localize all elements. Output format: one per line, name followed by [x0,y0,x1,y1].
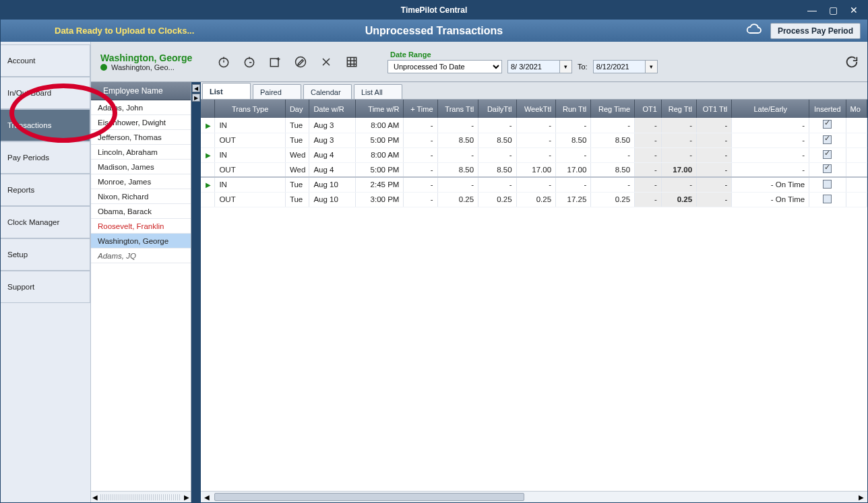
grid-column-header[interactable]: Mo [846,100,867,118]
date-range-label: Date Range [388,51,658,59]
employee-list-panel: Employee Name Adams, JohnEisenhower, Dwi… [91,82,191,502]
nav-reports[interactable]: Reports [1,174,90,206]
minimize-icon[interactable]: — [807,5,817,15]
view-tabs: List Paired Calendar List All [201,82,867,100]
grid-column-header[interactable]: Inserted [809,100,846,118]
scrollbar-thumb[interactable] [214,493,524,501]
grid-row[interactable]: OUTTueAug 35:00 PM-8.508.50-8.508.50---- [201,133,867,147]
grid-column-header[interactable] [201,100,215,118]
transactions-grid[interactable]: Trans TypeDayDate w/RTime w/R+ TimeTrans… [201,100,867,207]
employee-list-item[interactable]: Lincoln, Abraham [91,145,191,160]
add-transaction-button[interactable] [265,52,285,72]
banner: Data Ready to Upload to Clocks... Unproc… [1,20,867,42]
grid-view-button[interactable] [342,52,362,72]
titlebar: TimePilot Central — ▢ ✕ [1,1,867,20]
date-to-label: To: [578,63,588,71]
context-toolbar: Washington, George Washington, Geo... Da… [91,42,867,82]
grid-row[interactable]: ▶INTueAug 38:00 AM---------- [201,118,867,133]
grid-hscrollbar[interactable]: ◀ ▶ [201,491,867,502]
date-from-picker-icon[interactable]: ▾ [560,60,572,73]
date-to-input[interactable] [593,60,646,73]
grid-scroll-left-icon[interactable]: ◀ [202,494,212,501]
grid-row[interactable]: OUTWedAug 45:00 PM-8.508.5017.0017.008.5… [201,162,867,177]
delete-transaction-button[interactable] [316,52,336,72]
date-from-input[interactable] [507,60,560,73]
edit-transaction-button[interactable] [290,52,311,72]
clock-in-button[interactable] [214,52,234,72]
employee-list-item[interactable]: Monroe, James [91,174,191,189]
scroll-left-icon[interactable]: ◀ [92,494,98,501]
svg-rect-4 [347,57,356,66]
maximize-icon[interactable]: ▢ [829,5,838,15]
grid-column-header[interactable]: + Time [404,100,437,118]
nav-account[interactable]: Account [1,44,90,77]
grid-column-header[interactable]: Trans Ttl [437,100,478,118]
grid-column-header[interactable]: Reg Ttl [661,100,696,118]
splitter-collapse-right-icon[interactable]: ▶ [192,94,200,102]
grid-column-header[interactable]: OT1 Ttl [697,100,732,118]
grid-row[interactable]: ▶INTueAug 102:45 PM---------- On Time [201,177,867,192]
nav-transactions[interactable]: Transactions [1,109,90,141]
cloud-icon[interactable] [746,24,762,38]
nav-support[interactable]: Support [1,271,90,303]
date-range-mode-select[interactable]: Unprocessed To Date [388,60,502,73]
employee-list-item[interactable]: Nixon, Richard [91,189,191,204]
grid-column-header[interactable]: DailyTtl [478,100,516,118]
splitter[interactable]: ◀ ▶ [191,82,201,502]
nav-clock-manager[interactable]: Clock Manager [1,206,90,238]
grid-column-header[interactable]: Time w/R [356,100,404,118]
window-title: TimePilot Central [401,5,467,15]
tab-list-all[interactable]: List All [354,84,402,99]
svg-rect-2 [270,59,278,67]
grid-row[interactable]: OUTTueAug 103:00 PM-0.250.250.2517.250.2… [201,192,867,207]
grid-column-header[interactable]: WeekTtl [516,100,556,118]
tab-paired[interactable]: Paired [253,84,301,99]
grid-column-header[interactable]: Day [285,100,309,118]
close-icon[interactable]: ✕ [850,5,858,15]
grid-column-header[interactable]: Reg Time [591,100,635,118]
date-to-picker-icon[interactable]: ▾ [646,60,658,73]
employee-list-item[interactable]: Adams, John [91,100,191,115]
page-title: Unprocessed Transactions [365,25,503,37]
grid-column-header[interactable]: OT1 [635,100,662,118]
grid-column-header[interactable]: Date w/R [309,100,356,118]
employee-list-item[interactable]: Roosevelt, Franklin [91,219,191,234]
employee-list-header: Employee Name [91,82,191,100]
nav-inout-board[interactable]: In/Out Board [1,77,90,109]
grid-column-header[interactable]: Trans Type [215,100,285,118]
upload-ready-msg[interactable]: Data Ready to Upload to Clocks... [55,26,194,36]
refresh-button[interactable] [843,53,861,71]
left-nav: Account In/Out Board Transactions Pay Pe… [1,42,91,502]
grid-row[interactable]: ▶INWedAug 48:00 AM---------- [201,147,867,162]
tab-list[interactable]: List [202,83,251,99]
current-employee-name: Washington, George [100,53,208,63]
nav-setup[interactable]: Setup [1,238,90,271]
employee-list-item[interactable]: Jefferson, Thomas [91,130,191,145]
employee-list-item[interactable]: Obama, Barack [91,204,191,219]
clock-out-button[interactable] [239,52,259,72]
grid-scroll-right-icon[interactable]: ▶ [857,494,866,501]
scroll-right-icon[interactable]: ▶ [184,494,189,501]
employee-list-hscrollbar[interactable]: ◀ ▶ [91,491,191,502]
status-dot-icon [100,64,107,71]
tab-calendar[interactable]: Calendar [303,84,352,99]
grid-column-header[interactable]: Run Ttl [556,100,591,118]
process-pay-period-button[interactable]: Process Pay Period [770,23,861,39]
employee-list-item[interactable]: Adams, JQ [91,248,191,263]
splitter-collapse-left-icon[interactable]: ◀ [192,84,200,92]
employee-list-item[interactable]: Madison, James [91,160,191,174]
grid-column-header[interactable]: Late/Early [732,100,809,118]
employee-list-item[interactable]: Eisenhower, Dwight [91,115,191,130]
employee-list-item[interactable]: Washington, George [91,234,191,248]
nav-pay-periods[interactable]: Pay Periods [1,141,90,174]
current-employee-sub: Washington, Geo... [111,63,175,71]
